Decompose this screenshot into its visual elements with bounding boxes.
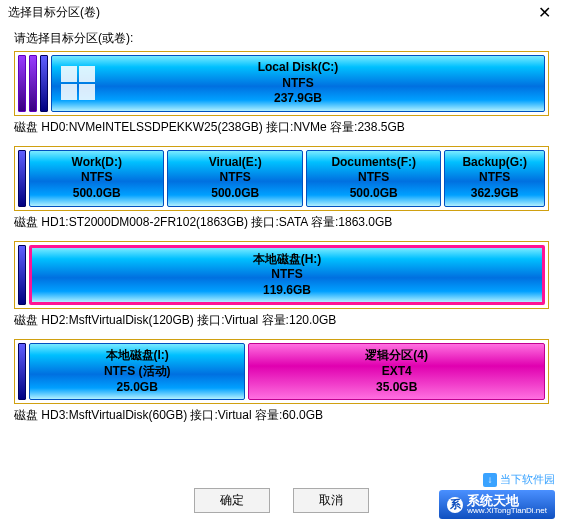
partition[interactable]: 本地磁盘(I:)NTFS (活动)25.0GB (29, 343, 245, 400)
reserved-partition[interactable] (18, 343, 26, 400)
disk-group: Local Disk(C:)NTFS237.9GB磁盘 HD0:NVMeINTE… (14, 51, 549, 142)
partition-size: 500.0GB (211, 186, 259, 202)
partition[interactable]: 本地磁盘(H:)NTFS119.6GB (29, 245, 545, 306)
disk-info: 磁盘 HD3:MsftVirtualDisk(60GB) 接口:Virtual … (14, 404, 549, 430)
partition-name: Backup(G:) (462, 155, 527, 171)
partition-fs: EXT4 (382, 364, 412, 380)
window-title: 选择目标分区(卷) (8, 4, 100, 21)
ok-button[interactable]: 确定 (194, 488, 270, 513)
partition[interactable]: Local Disk(C:)NTFS237.9GB (51, 55, 545, 112)
disk-group: 本地磁盘(I:)NTFS (活动)25.0GB逻辑分区(4)EXT435.0GB… (14, 339, 549, 430)
xttd-icon: 系 (447, 497, 463, 513)
partition[interactable]: Virual(E:)NTFS500.0GB (167, 150, 302, 207)
partition-size: 25.0GB (117, 380, 158, 396)
partition-name: Virual(E:) (209, 155, 262, 171)
partition[interactable]: Documents(F:)NTFS500.0GB (306, 150, 441, 207)
partition-name: Work(D:) (72, 155, 122, 171)
title-bar: 选择目标分区(卷) ✕ (0, 0, 563, 24)
partition-name: 逻辑分区(4) (365, 348, 428, 364)
partition-fs: NTFS (282, 76, 313, 92)
disk-bar: Local Disk(C:)NTFS237.9GB (14, 51, 549, 116)
disk-group: Work(D:)NTFS500.0GBVirual(E:)NTFS500.0GB… (14, 146, 549, 237)
reserved-partition[interactable] (29, 55, 37, 112)
partition-fs: NTFS (220, 170, 251, 186)
partition-fs: NTFS (81, 170, 112, 186)
disk-list: Local Disk(C:)NTFS237.9GB磁盘 HD0:NVMeINTE… (0, 51, 563, 430)
reserved-partition[interactable] (18, 150, 26, 207)
partition-name: Local Disk(C:) (258, 60, 339, 76)
watermark-downxia: ↓ 当下软件园 (483, 472, 555, 487)
disk-bar: Work(D:)NTFS500.0GBVirual(E:)NTFS500.0GB… (14, 146, 549, 211)
partition-name: 本地磁盘(I:) (106, 348, 169, 364)
partition-size: 237.9GB (274, 91, 322, 107)
partition-fs: NTFS (358, 170, 389, 186)
reserved-partition[interactable] (18, 55, 26, 112)
partition-size: 362.9GB (471, 186, 519, 202)
reserved-partition[interactable] (40, 55, 48, 112)
partition-size: 500.0GB (73, 186, 121, 202)
partition[interactable]: Work(D:)NTFS500.0GB (29, 150, 164, 207)
disk-info: 磁盘 HD2:MsftVirtualDisk(120GB) 接口:Virtual… (14, 309, 549, 335)
disk-info: 磁盘 HD0:NVMeINTELSSDPEKKW25(238GB) 接口:NVM… (14, 116, 549, 142)
close-icon[interactable]: ✕ (534, 3, 555, 22)
watermark-xitongtiandi: 系 系统天地 www.XiTongTianDi.net (439, 490, 555, 519)
downxia-icon: ↓ (483, 473, 497, 487)
disk-bar: 本地磁盘(H:)NTFS119.6GB (14, 241, 549, 310)
partition-fs: NTFS (271, 267, 302, 283)
disk-info: 磁盘 HD1:ST2000DM008-2FR102(1863GB) 接口:SAT… (14, 211, 549, 237)
reserved-partition[interactable] (18, 245, 26, 306)
partition-name: 本地磁盘(H:) (253, 252, 322, 268)
disk-bar: 本地磁盘(I:)NTFS (活动)25.0GB逻辑分区(4)EXT435.0GB (14, 339, 549, 404)
partition[interactable]: 逻辑分区(4)EXT435.0GB (248, 343, 545, 400)
disk-group: 本地磁盘(H:)NTFS119.6GB磁盘 HD2:MsftVirtualDis… (14, 241, 549, 336)
partition-size: 119.6GB (263, 283, 311, 299)
partition-fs: NTFS (479, 170, 510, 186)
partition-fs: NTFS (活动) (104, 364, 171, 380)
partition-size: 500.0GB (350, 186, 398, 202)
partition[interactable]: Backup(G:)NTFS362.9GB (444, 150, 545, 207)
windows-icon (60, 65, 96, 101)
prompt-label: 请选择目标分区(或卷): (0, 24, 563, 51)
partition-name: Documents(F:) (331, 155, 416, 171)
cancel-button[interactable]: 取消 (293, 488, 369, 513)
partition-size: 35.0GB (376, 380, 417, 396)
